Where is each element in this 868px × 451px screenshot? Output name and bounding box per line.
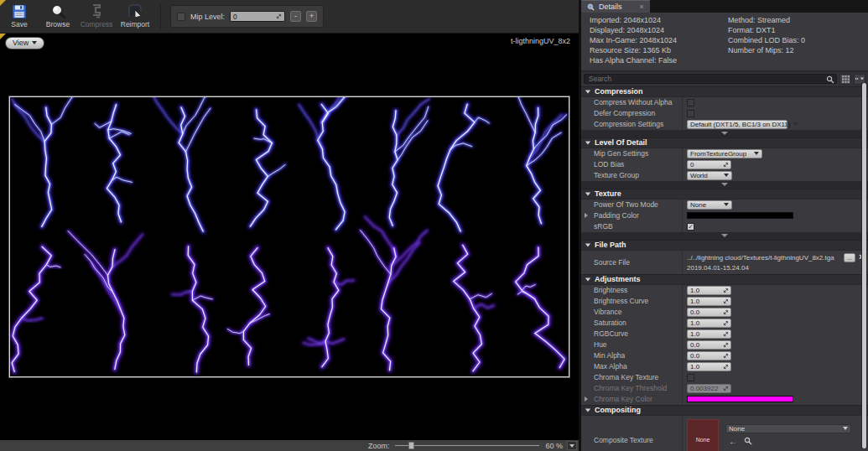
dropdown-value: FromTextureGroup [690, 150, 746, 158]
property-label: Chroma Key Texture [581, 373, 682, 381]
property-row-chroma-key-threshold: Chroma Key Threshold0.003922 [581, 383, 868, 394]
browse-icon [49, 3, 66, 19]
info-column-right: Method: StreamedFormat: DXT1Combined LOD… [728, 16, 860, 65]
chevron-down-icon [721, 183, 728, 186]
tab-corner-marker [0, 0, 6, 6]
close-icon[interactable]: × [640, 3, 644, 11]
expand-arrow-icon[interactable] [585, 213, 588, 218]
lod-bias-spinbox[interactable]: 0 [687, 160, 731, 169]
texture-viewport[interactable]: View t-ligthningUV_8x2 [0, 34, 579, 440]
compress-without-alpha-checkbox[interactable] [687, 99, 694, 106]
view-menu-button[interactable]: View [5, 37, 44, 49]
property-value-cell [682, 97, 868, 108]
chevron-down-icon [793, 122, 798, 126]
asset-thumbnail[interactable]: None [687, 419, 719, 451]
viewport-corner-marker [0, 34, 6, 39]
lightning-bolt-2 [95, 105, 132, 222]
compress-button[interactable]: Compress [77, 0, 116, 33]
property-value-cell: 1.0 [682, 285, 868, 296]
property-row-saturation: Saturation1.0 [581, 318, 868, 329]
find-in-browser-icon[interactable] [744, 437, 752, 447]
mip-gen-settings-dropdown[interactable]: FromTextureGroup [687, 149, 762, 158]
browse-button[interactable]: Browse [39, 0, 77, 33]
texture-frame [8, 96, 570, 378]
info-line: Format: DXT1 [728, 26, 860, 35]
property-label: Texture Group [581, 171, 682, 179]
zoom-slider[interactable] [395, 445, 539, 446]
saturation-spinbox[interactable]: 1.0 [687, 319, 731, 328]
spinner-icon [723, 309, 729, 315]
advanced-expander-texture[interactable] [581, 232, 868, 240]
search-input[interactable] [585, 75, 836, 83]
property-value-cell: None [682, 200, 868, 210]
scrollbar-thumb[interactable] [862, 83, 866, 448]
advanced-expander-level-of-detail[interactable] [581, 181, 868, 189]
texture-group-dropdown[interactable]: World [687, 171, 732, 180]
property-value-cell [682, 108, 868, 119]
chroma-key-color-color-swatch[interactable] [687, 396, 793, 402]
chevron-down-icon [843, 427, 848, 430]
lightning-bolt-11 [172, 246, 212, 372]
property-row-hue: Hue0.0 [581, 340, 868, 350]
hue-spinbox[interactable]: 0.0 [687, 340, 731, 350]
property-row-power-of-two-mode: Power Of Two ModeNone [581, 200, 868, 210]
property-value-cell: FromTextureGroup [682, 148, 868, 159]
property-row-defer-compression: Defer Compression [581, 108, 868, 119]
brightness-spinbox[interactable]: 1.0 [687, 286, 731, 295]
mip-level-spinbox[interactable]: 0 [230, 11, 285, 22]
section-header-texture[interactable]: Texture [581, 189, 868, 200]
padding-color-color-swatch[interactable] [687, 212, 793, 219]
section-header-compositing[interactable]: Compositing [581, 405, 868, 416]
column-view-button[interactable] [839, 74, 851, 85]
zoom-slider-thumb[interactable] [408, 442, 414, 449]
viewport-pane: Save Browse Compress Reimport [0, 0, 579, 451]
mip-plus-button[interactable]: + [306, 11, 317, 22]
property-value-cell: 0.0 [682, 340, 868, 350]
composite-texture-dropdown[interactable]: None [725, 424, 851, 433]
spin-value: 1.0 [690, 363, 699, 371]
zoom-preset-dropdown[interactable] [567, 441, 577, 450]
reimport-button[interactable]: Reimport [116, 0, 154, 33]
power-of-two-mode-dropdown[interactable]: None [687, 200, 732, 210]
rgbcurve-spinbox[interactable]: 1.0 [687, 329, 731, 339]
section-header-adjustments[interactable]: Adjustments [581, 274, 868, 285]
spinner-icon [723, 298, 729, 304]
section-collapse-icon [585, 277, 590, 281]
info-line: Displayed: 2048x1024 [590, 26, 728, 35]
chevron-down-icon [860, 78, 865, 80]
search-icon [826, 75, 834, 84]
vibrance-spinbox[interactable]: 0.0 [687, 308, 731, 317]
expand-arrow-icon[interactable] [585, 397, 588, 402]
texture-canvas[interactable] [9, 96, 569, 377]
property-label: Vibrance [581, 308, 682, 316]
chroma-key-texture-checkbox[interactable] [687, 374, 694, 381]
property-label: RGBCurve [581, 329, 682, 338]
spin-value: 0.0 [690, 308, 699, 316]
spin-value: 1.0 [690, 330, 699, 338]
property-label: Chroma Key Threshold [581, 384, 682, 392]
defer-compression-checkbox[interactable] [687, 110, 694, 117]
section-title: Compositing [595, 406, 641, 414]
details-icon [587, 3, 595, 11]
property-value-cell: Default (DXT1/5, BC1/3 on DX11) [682, 119, 868, 130]
property-value-cell: 1.0 [682, 318, 868, 329]
compression-settings-dropdown[interactable]: Default (DXT1/5, BC1/3 on DX11) [687, 120, 787, 129]
section-header-level-of-detail[interactable]: Level Of Detail [581, 137, 868, 148]
tab-details[interactable]: Details × [581, 0, 650, 13]
srgb-checkbox[interactable]: ✓ [687, 223, 694, 231]
property-label: Chroma Key Color [581, 395, 682, 403]
mip-level-checkbox[interactable] [177, 13, 185, 21]
browse-file-button[interactable]: ... [844, 253, 855, 262]
brightness-curve-spinbox[interactable]: 1.0 [687, 297, 731, 306]
min-alpha-spinbox[interactable]: 0.0 [687, 351, 731, 360]
max-alpha-spinbox[interactable]: 1.0 [687, 362, 731, 371]
mip-minus-button[interactable]: - [290, 11, 301, 22]
section-header-compression[interactable]: Compression [581, 86, 868, 97]
property-value-cell: 0 [682, 159, 868, 170]
property-label: Brightness [581, 286, 682, 294]
chroma-key-threshold-spinbox[interactable]: 0.003922 [687, 384, 731, 393]
spin-value: 0 [690, 161, 694, 168]
advanced-expander-compression[interactable] [581, 130, 868, 137]
section-header-file-path[interactable]: File Path [581, 240, 868, 251]
use-selected-icon[interactable]: ← [729, 437, 737, 446]
